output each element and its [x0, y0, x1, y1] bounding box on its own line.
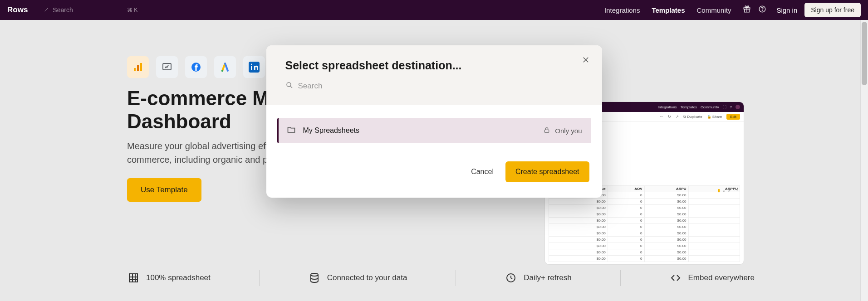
nav-link-integrations[interactable]: Integrations — [604, 6, 640, 14]
modal-backdrop: Select spreadsheet destination... My Spr… — [0, 20, 868, 301]
help-icon[interactable] — [758, 5, 766, 15]
cancel-button[interactable]: Cancel — [471, 168, 494, 176]
destination-modal: Select spreadsheet destination... My Spr… — [266, 45, 602, 198]
modal-search[interactable] — [285, 81, 583, 95]
search-shortcut-label: ⌘ K — [127, 7, 137, 13]
nav-link-community[interactable]: Community — [697, 6, 731, 14]
privacy-label: Only you — [555, 127, 582, 135]
vertical-scrollbar[interactable] — [860, 20, 868, 301]
gift-icon[interactable] — [743, 5, 751, 15]
svg-point-3 — [762, 10, 763, 11]
svg-rect-17 — [545, 130, 549, 132]
destination-label: My Spreadsheets — [303, 126, 360, 135]
folder-icon — [287, 125, 296, 136]
search-icon — [285, 81, 294, 91]
signin-link[interactable]: Sign in — [776, 6, 797, 14]
brand-logo[interactable]: Rows — [7, 5, 28, 15]
modal-search-input[interactable] — [298, 82, 583, 91]
signup-button[interactable]: Sign up for free — [804, 3, 861, 17]
search-slash-icon — [44, 7, 49, 13]
global-search[interactable]: ⌘ K — [37, 0, 141, 20]
top-navigation: Rows ⌘ K Integrations Templates Communit… — [0, 0, 868, 20]
nav-link-templates[interactable]: Templates — [652, 6, 685, 14]
nav-links: Integrations Templates Community — [604, 6, 731, 14]
lock-icon — [543, 126, 550, 135]
create-spreadsheet-button[interactable]: Create spreadsheet — [505, 161, 589, 182]
close-icon[interactable] — [579, 53, 592, 66]
destination-row-my-spreadsheets[interactable]: My Spreadsheets Only you — [277, 118, 591, 143]
scrollbar-thumb[interactable] — [862, 22, 867, 85]
svg-point-16 — [287, 83, 291, 87]
modal-title: Select spreadsheet destination... — [285, 59, 583, 72]
